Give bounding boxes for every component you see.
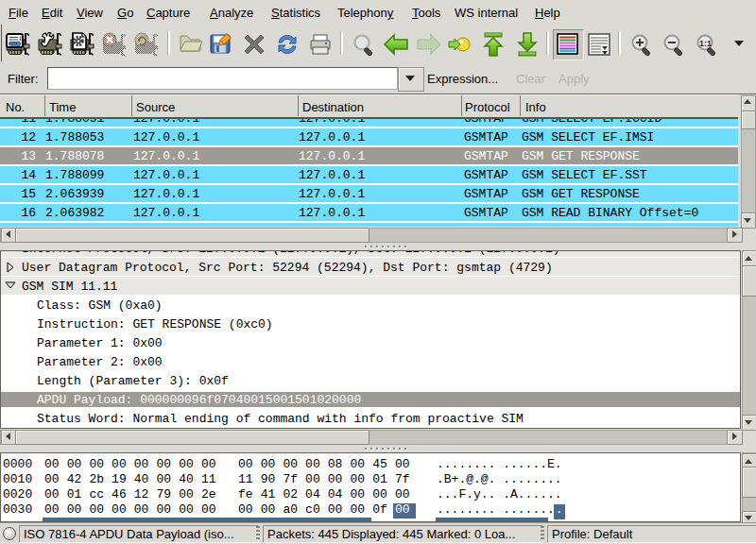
svg-text:1:1: 1:1: [699, 39, 712, 48]
